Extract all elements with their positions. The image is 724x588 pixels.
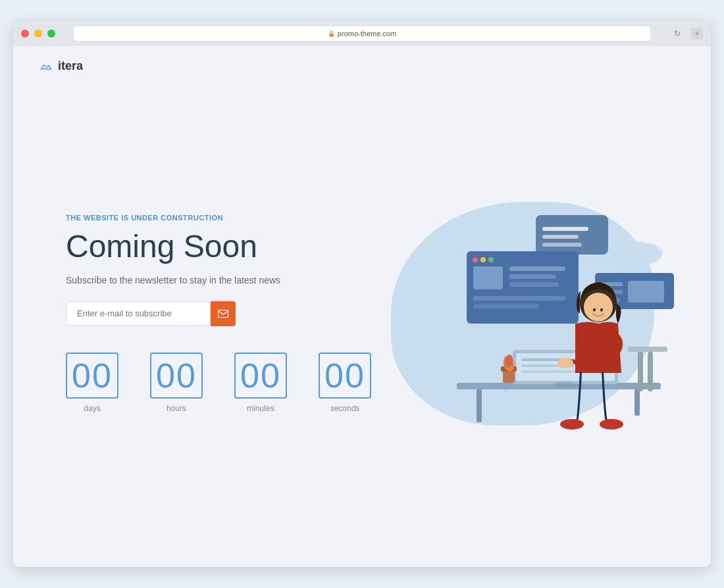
svg-rect-21: [473, 304, 539, 308]
browser-content: itera THE WEBSITE IS UNDER CONSTRUCTION …: [13, 46, 711, 567]
svg-rect-19: [509, 282, 559, 287]
refresh-icon[interactable]: ↻: [674, 29, 681, 38]
new-tab-button[interactable]: +: [691, 28, 703, 39]
svg-rect-9: [542, 227, 588, 231]
svg-point-35: [552, 382, 579, 387]
svg-point-6: [626, 243, 663, 264]
svg-rect-42: [648, 352, 653, 391]
coming-soon-title: Coming Soon: [66, 230, 371, 264]
minutes-label: minutes: [247, 404, 274, 413]
illustration-section: ✦ ✦ ✦: [371, 176, 687, 452]
svg-rect-29: [634, 389, 640, 416]
countdown: 00 days 00 hours 00 minutes 00: [66, 353, 371, 413]
svg-rect-34: [521, 370, 581, 373]
browser-window: 🔒 promo-theme.com ↻ + itera THE WEBSITE …: [13, 21, 711, 567]
svg-rect-41: [638, 352, 643, 391]
svg-rect-20: [473, 296, 565, 301]
svg-rect-23: [628, 281, 664, 303]
subscribe-description: Subscribe to the newsletter to stay in t…: [66, 275, 371, 285]
svg-rect-16: [473, 266, 503, 289]
subscribe-form: [66, 301, 371, 326]
svg-point-49: [600, 419, 623, 429]
minimize-button[interactable]: [34, 30, 42, 37]
svg-rect-11: [542, 243, 582, 247]
lock-icon: 🔒: [328, 30, 335, 37]
hours-value: 00: [150, 353, 203, 399]
mountain-icon: [39, 62, 53, 71]
page: itera THE WEBSITE IS UNDER CONSTRUCTION …: [13, 46, 711, 567]
days-label: days: [84, 404, 100, 413]
svg-point-14: [480, 257, 486, 262]
countdown-hours: 00 hours: [150, 353, 203, 413]
svg-point-13: [473, 257, 478, 262]
svg-rect-18: [509, 274, 556, 279]
countdown-days: 00 days: [66, 353, 118, 413]
left-section: THE WEBSITE IS UNDER CONSTRUCTION Coming…: [66, 214, 371, 413]
under-construction-badge: THE WEBSITE IS UNDER CONSTRUCTION: [66, 214, 371, 222]
svg-point-46: [600, 308, 603, 311]
svg-point-44: [584, 293, 613, 322]
svg-point-47: [557, 358, 573, 368]
url-text: promo-theme.com: [338, 30, 396, 37]
svg-rect-0: [219, 310, 228, 317]
seconds-label: seconds: [330, 404, 360, 413]
maximize-button[interactable]: [47, 30, 55, 37]
address-bar[interactable]: 🔒 promo-theme.com: [74, 26, 650, 41]
countdown-minutes: 00 minutes: [234, 353, 287, 413]
envelope-icon: [218, 310, 228, 318]
logo: itera: [39, 59, 685, 73]
minutes-value: 00: [234, 353, 287, 399]
svg-point-15: [488, 257, 494, 262]
email-input[interactable]: [66, 301, 211, 326]
close-button[interactable]: [21, 30, 29, 37]
main-content: THE WEBSITE IS UNDER CONSTRUCTION Coming…: [39, 73, 685, 554]
svg-rect-10: [542, 235, 579, 239]
svg-rect-28: [477, 389, 482, 422]
browser-titlebar: 🔒 promo-theme.com ↻ +: [13, 21, 711, 46]
subscribe-button[interactable]: [211, 301, 236, 326]
days-value: 00: [66, 353, 118, 399]
svg-rect-40: [628, 347, 667, 352]
svg-point-45: [593, 308, 596, 311]
seconds-value: 00: [319, 353, 371, 399]
countdown-seconds: 00 seconds: [319, 353, 371, 413]
svg-rect-17: [509, 266, 565, 271]
logo-text: itera: [58, 59, 83, 73]
working-illustration: ✦ ✦ ✦: [371, 176, 687, 452]
svg-point-48: [560, 419, 584, 429]
hours-label: hours: [167, 404, 186, 413]
